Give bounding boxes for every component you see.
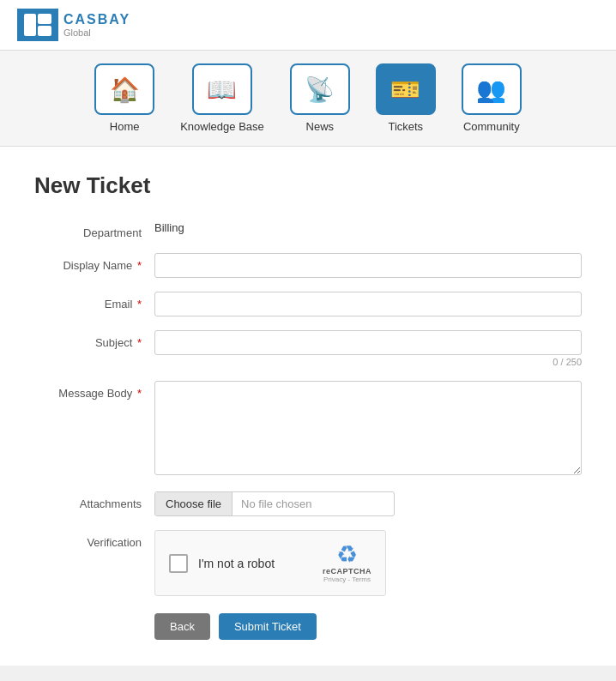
nav-label-tickets: Tickets bbox=[388, 120, 423, 133]
knowledge-base-icon-box: 📖 bbox=[192, 63, 252, 115]
email-row: Email * bbox=[34, 292, 582, 316]
nav-item-news[interactable]: 📡 News bbox=[290, 63, 350, 133]
nav-item-community[interactable]: 👥 Community bbox=[462, 63, 522, 133]
tickets-icon-box: 🎫 bbox=[376, 63, 436, 115]
char-count: 0 / 250 bbox=[154, 357, 582, 367]
display-name-row: Display Name * bbox=[34, 253, 582, 278]
home-icon-box: 🏠 bbox=[94, 63, 154, 115]
message-body-wrap bbox=[154, 381, 582, 478]
attachments-row: Attachments Choose file No file chosen bbox=[34, 491, 582, 516]
recaptcha-text: I'm not a robot bbox=[198, 557, 275, 570]
department-value-wrap: Billing bbox=[154, 220, 582, 234]
message-body-row: Message Body * bbox=[34, 381, 582, 478]
file-choose-button[interactable]: Choose file bbox=[155, 492, 233, 515]
display-name-wrap bbox=[154, 253, 582, 278]
recaptcha-right: ♻ reCAPTCHA Privacy - Terms bbox=[323, 543, 371, 583]
verification-row: Verification I'm not a robot ♻ reCAPTCHA… bbox=[34, 530, 582, 596]
message-body-label: Message Body * bbox=[34, 381, 154, 400]
logo: CASBAY Global bbox=[17, 9, 130, 41]
email-label: Email * bbox=[34, 292, 154, 310]
news-icon-box: 📡 bbox=[290, 63, 350, 115]
verification-wrap: I'm not a robot ♻ reCAPTCHA Privacy - Te… bbox=[154, 530, 582, 596]
subject-row: Subject * 0 / 250 bbox=[34, 330, 582, 367]
message-required: * bbox=[134, 387, 142, 400]
main-content: New Ticket Department Billing Display Na… bbox=[0, 147, 616, 666]
nav-item-knowledge-base[interactable]: 📖 Knowledge Base bbox=[180, 63, 264, 133]
department-value: Billing bbox=[154, 215, 184, 234]
email-input[interactable] bbox=[154, 292, 582, 316]
header: CASBAY Global bbox=[0, 0, 616, 51]
department-label: Department bbox=[34, 220, 154, 239]
file-name-display: No file chosen bbox=[233, 492, 394, 515]
attachments-wrap: Choose file No file chosen bbox=[154, 491, 582, 516]
recaptcha-links: Privacy - Terms bbox=[323, 576, 371, 583]
subject-label: Subject * bbox=[34, 330, 154, 349]
email-wrap bbox=[154, 292, 582, 316]
brand-sub: Global bbox=[63, 27, 130, 39]
recaptcha-brand: reCAPTCHA bbox=[323, 567, 371, 576]
svg-rect-2 bbox=[38, 26, 51, 36]
department-row: Department Billing bbox=[34, 220, 582, 239]
back-button[interactable]: Back bbox=[154, 613, 210, 640]
nav-label-home: Home bbox=[110, 120, 140, 133]
nav-label-community: Community bbox=[463, 120, 520, 133]
logo-icon bbox=[17, 9, 58, 41]
nav-item-tickets[interactable]: 🎫 Tickets bbox=[376, 63, 436, 133]
attachments-label: Attachments bbox=[34, 491, 154, 510]
navigation: 🏠 Home 📖 Knowledge Base 📡 News 🎫 Tickets… bbox=[0, 51, 616, 147]
community-icon-box: 👥 bbox=[462, 63, 522, 115]
verification-label: Verification bbox=[34, 530, 154, 549]
subject-input[interactable] bbox=[154, 330, 582, 355]
svg-rect-1 bbox=[38, 14, 51, 24]
nav-label-knowledge-base: Knowledge Base bbox=[180, 120, 264, 133]
email-required: * bbox=[134, 298, 142, 310]
recaptcha-left: I'm not a robot bbox=[169, 554, 275, 573]
subject-required: * bbox=[134, 336, 142, 349]
recaptcha-logo-icon: ♻ bbox=[336, 543, 358, 567]
display-name-required: * bbox=[134, 259, 142, 272]
nav-item-home[interactable]: 🏠 Home bbox=[94, 63, 154, 133]
svg-rect-0 bbox=[24, 14, 36, 36]
form-buttons: Back Submit Ticket bbox=[154, 613, 582, 640]
submit-ticket-button[interactable]: Submit Ticket bbox=[219, 613, 317, 640]
subject-wrap: 0 / 250 bbox=[154, 330, 582, 367]
brand-name: CASBAY bbox=[63, 11, 130, 27]
display-name-input[interactable] bbox=[154, 253, 582, 278]
file-input-wrapper: Choose file No file chosen bbox=[154, 491, 395, 516]
recaptcha-checkbox[interactable] bbox=[169, 554, 188, 573]
recaptcha-box: I'm not a robot ♻ reCAPTCHA Privacy - Te… bbox=[154, 530, 386, 596]
page-title: New Ticket bbox=[34, 172, 582, 199]
logo-text: CASBAY Global bbox=[63, 11, 130, 39]
display-name-label: Display Name * bbox=[34, 253, 154, 272]
message-body-input[interactable] bbox=[154, 381, 582, 475]
nav-label-news: News bbox=[306, 120, 335, 133]
